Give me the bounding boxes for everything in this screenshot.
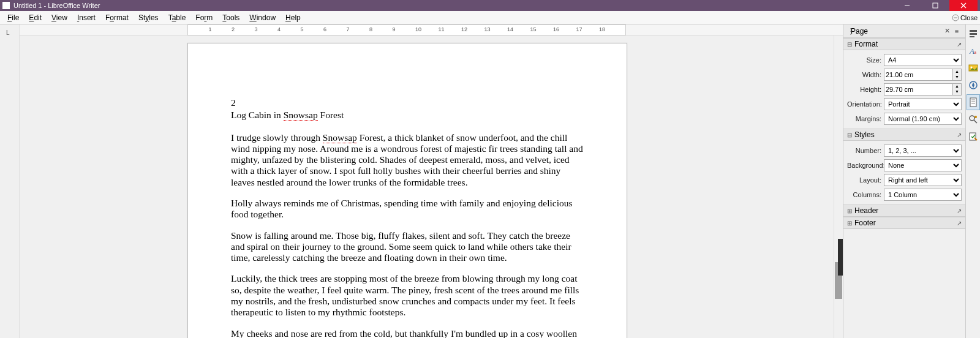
menubar: File Edit View Insert Format Styles Tabl… [0, 11, 980, 24]
sidebar-collapse-handle[interactable] [838, 239, 843, 276]
close-window-button[interactable] [949, 0, 978, 11]
columns-select[interactable]: 1 Column [884, 189, 962, 201]
close-sidebar-button[interactable]: ✕ [942, 27, 952, 35]
ruler-number: 2 [232, 26, 235, 32]
ruler-number: 12 [461, 26, 467, 32]
margins-label: Margins: [847, 115, 884, 122]
close-document-button[interactable]: Close [949, 11, 980, 24]
titlebar: Untitled 1 - LibreOffice Writer [0, 0, 980, 11]
number-label: Number: [847, 147, 884, 154]
dock-styles-icon[interactable]: Aa [967, 43, 980, 59]
svg-point-21 [974, 116, 977, 118]
dock-page-icon[interactable] [967, 94, 980, 110]
window-title: Untitled 1 - LibreOffice Writer [13, 2, 100, 9]
dock-style-inspector-icon[interactable] [967, 111, 980, 127]
ruler-number: 9 [393, 26, 396, 32]
section-styles-header[interactable]: ⊟ Styles ↗ [843, 129, 965, 141]
ruler-number: 10 [415, 26, 421, 32]
menu-insert[interactable]: Insert [72, 12, 100, 23]
spellcheck-word: Snowsap [284, 110, 318, 121]
svg-marker-14 [972, 82, 974, 88]
expand-icon: ⊞ [847, 208, 854, 214]
number-select[interactable]: 1, 2, 3, ... [884, 145, 962, 157]
more-options-icon[interactable]: ↗ [957, 208, 962, 214]
section-header-header[interactable]: ⊞ Header ↗ [843, 205, 965, 217]
section-format-body: Size: A4 Width: ▲▼ Height: ▲▼ Orientatio… [843, 50, 965, 129]
ruler-number: 18 [599, 26, 605, 32]
more-options-icon[interactable]: ↗ [957, 132, 962, 138]
menu-help[interactable]: Help [281, 12, 306, 23]
sidebar-header: ⋮ Page ✕ ≡ [843, 24, 965, 38]
more-options-icon[interactable]: ↗ [957, 220, 962, 227]
svg-rect-7 [970, 33, 977, 35]
menu-format[interactable]: Format [100, 12, 134, 23]
height-input[interactable] [884, 83, 953, 96]
collapse-icon: ⊟ [847, 41, 854, 48]
ruler-number: 8 [369, 26, 372, 32]
width-input[interactable] [884, 69, 953, 81]
text-cursor-line [231, 122, 584, 132]
document-heading: Log Cabin in Snowsap Forest [231, 110, 584, 121]
dock-navigator-icon[interactable] [967, 77, 980, 93]
document-icon [2, 2, 10, 9]
paragraph: I trudge slowly through Snowsap Forest, … [231, 132, 584, 188]
menu-window[interactable]: Window [244, 12, 281, 23]
height-spinner[interactable]: ▲▼ [953, 83, 962, 96]
paragraph: My cheeks and nose are red from the cold… [231, 328, 584, 339]
ruler-number: 1 [209, 26, 212, 32]
section-format-header[interactable]: ⊟ Format ↗ [843, 38, 965, 50]
svg-line-20 [974, 120, 977, 123]
background-select[interactable]: None [884, 159, 962, 171]
menu-edit[interactable]: Edit [24, 12, 47, 23]
close-icon [952, 14, 959, 21]
size-label: Size: [847, 56, 884, 64]
page[interactable]: 2 Log Cabin in Snowsap Forest I trudge s… [187, 43, 627, 338]
horizontal-ruler[interactable]: 123456789101112131415161718 [20, 24, 843, 36]
ruler-number: 11 [439, 26, 445, 32]
orientation-select[interactable]: Portrait [884, 98, 962, 110]
dock-properties-icon[interactable] [967, 26, 980, 42]
more-options-icon[interactable]: ↗ [957, 41, 962, 48]
sidebar-menu-button[interactable]: ≡ [952, 28, 962, 35]
svg-rect-15 [970, 98, 976, 107]
minimize-button[interactable] [893, 0, 921, 11]
width-label: Width: [847, 71, 884, 78]
size-select[interactable]: A4 [884, 54, 962, 66]
left-ruler-area: L [0, 24, 20, 338]
collapse-icon: ⊟ [847, 132, 854, 138]
background-label: Background: [847, 162, 884, 169]
dock-gallery-icon[interactable] [967, 60, 980, 76]
width-spinner[interactable]: ▲▼ [953, 69, 962, 81]
spellcheck-word: Snowsap [323, 132, 357, 143]
sidebar: ⋮ Page ✕ ≡ ⊟ Format ↗ Size: A4 Width: ▲▼ [843, 24, 965, 338]
menu-form[interactable]: Form [190, 12, 217, 23]
ruler-number: 3 [255, 26, 258, 32]
sidebar-title: Page [851, 27, 868, 36]
menu-table[interactable]: Table [164, 12, 191, 23]
ruler-number: 7 [347, 26, 350, 32]
svg-rect-22 [970, 133, 976, 140]
menu-view[interactable]: View [47, 12, 72, 23]
columns-label: Columns: [847, 191, 884, 198]
page-number: 2 [231, 97, 584, 108]
menu-tools[interactable]: Tools [217, 12, 244, 23]
menu-styles[interactable]: Styles [134, 12, 164, 23]
layout-select[interactable]: Right and left [884, 174, 962, 186]
orientation-label: Orientation: [847, 100, 884, 108]
margins-select[interactable]: Normal (1.90 cm) [884, 113, 962, 125]
dock-manage-changes-icon[interactable] [967, 129, 980, 145]
ruler-number: 16 [553, 26, 559, 32]
ruler-corner: L [0, 24, 19, 41]
document-viewport[interactable]: 2 Log Cabin in Snowsap Forest I trudge s… [20, 36, 843, 338]
expand-icon: ⊞ [847, 220, 854, 227]
paragraph: Holly always reminds me of Christmas, sp… [231, 198, 584, 220]
menu-file[interactable]: File [2, 12, 24, 23]
section-footer-header[interactable]: ⊞ Footer ↗ [843, 217, 965, 229]
vertical-scrollbar[interactable] [834, 36, 843, 338]
ruler-number: 13 [484, 26, 491, 32]
maximize-button[interactable] [921, 0, 949, 11]
document-area: 123456789101112131415161718 2 Log Cabin … [20, 24, 843, 338]
svg-point-19 [970, 116, 974, 121]
ruler-number: 5 [301, 26, 304, 32]
svg-point-12 [970, 67, 972, 69]
